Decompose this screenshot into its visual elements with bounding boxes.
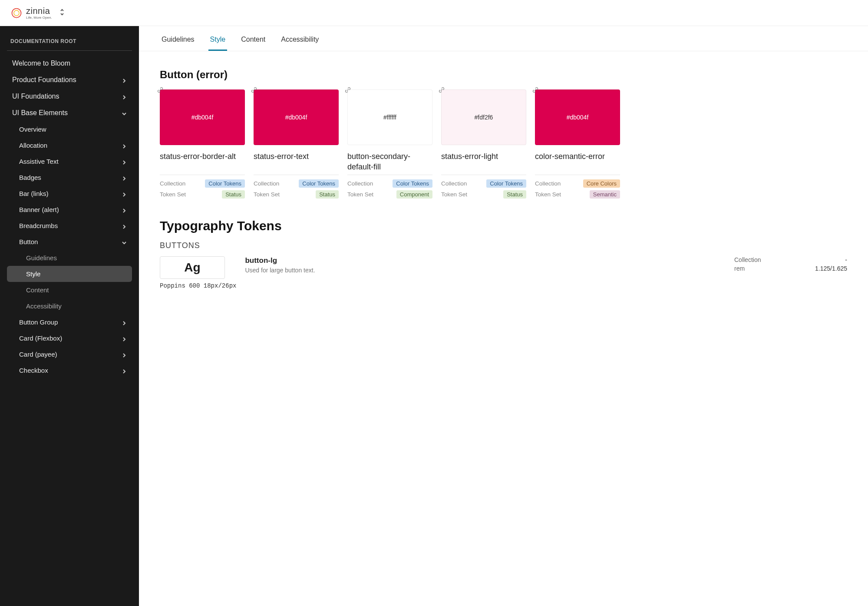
nav-item-badges[interactable]: Badges: [7, 169, 132, 185]
meta-label-tokenset: Token Set: [254, 191, 280, 198]
nav-item-breadcrumbs[interactable]: Breadcrumbs: [7, 218, 132, 234]
token-name: status-error-light: [441, 151, 526, 173]
chevron-down-icon: [122, 110, 127, 116]
color-cards: #db004fstatus-error-border-altCollection…: [160, 89, 847, 201]
tokenset-badge: Status: [316, 190, 339, 199]
nav-item-bar-links-[interactable]: Bar (links): [7, 185, 132, 202]
chevron-right-icon: [122, 352, 127, 357]
meta-label-tokenset: Token Set: [347, 191, 373, 198]
typography-spec: Poppins 600 18px/26px: [160, 282, 236, 289]
token-name: color-semantic-error: [535, 151, 620, 173]
chevron-right-icon: [122, 94, 127, 99]
collection-badge: Color Tokens: [393, 179, 432, 188]
meta-label-tokenset: Token Set: [441, 191, 467, 198]
tab-content[interactable]: Content: [239, 33, 267, 51]
link-icon[interactable]: [345, 87, 351, 95]
logo[interactable]: zinnia Life, More Open.: [10, 7, 52, 20]
nav-item-label: UI Foundations: [12, 93, 59, 100]
typography-meta: Collection - rem 1.125/1.625: [734, 256, 847, 274]
color-swatch[interactable]: #fdf2f6: [441, 89, 526, 145]
sidebar-heading: DOCUMENTATION ROOT: [7, 35, 132, 51]
nav-item-button[interactable]: Button: [7, 234, 132, 250]
nav-item-label: Content: [26, 286, 49, 294]
token-name: status-error-text: [254, 151, 339, 173]
link-icon[interactable]: [251, 87, 257, 95]
nav-item-label: Accessibility: [26, 302, 62, 310]
tokenset-badge: Semantic: [590, 190, 620, 199]
logo-icon: [10, 7, 23, 19]
color-swatch[interactable]: #ffffff: [347, 89, 432, 145]
nav-item-label: Breadcrumbs: [19, 222, 58, 229]
color-swatch[interactable]: #db004f: [160, 89, 245, 145]
chevron-right-icon: [122, 320, 127, 325]
typography-subtitle: BUTTONS: [160, 241, 847, 250]
token-name: status-error-border-alt: [160, 151, 245, 173]
nav-item-label: UI Base Elements: [12, 109, 68, 117]
nav-item-label: Banner (alert): [19, 206, 59, 213]
nav-item-ui-base-elements[interactable]: UI Base Elements: [7, 105, 132, 121]
nav-item-assistive-text[interactable]: Assistive Text: [7, 153, 132, 169]
nav-item-checkbox[interactable]: Checkbox: [7, 362, 132, 378]
color-card: #db004fcolor-semantic-errorCollectionCor…: [535, 89, 620, 201]
nav-item-label: Style: [26, 270, 40, 278]
tokenset-badge: Component: [396, 190, 432, 199]
typo-meta-collection-label: Collection: [734, 256, 761, 263]
color-swatch[interactable]: #db004f: [254, 89, 339, 145]
token-meta: CollectionColor TokensToken SetStatus: [441, 175, 526, 199]
nav-item-label: Card (payee): [19, 351, 57, 358]
chevron-down-icon: [122, 239, 127, 245]
link-icon[interactable]: [439, 87, 445, 95]
meta-label-collection: Collection: [160, 180, 185, 187]
token-meta: CollectionColor TokensToken SetStatus: [254, 175, 339, 199]
chevron-right-icon: [122, 207, 127, 212]
nav-item-welcome-to-bloom[interactable]: Welcome to Bloom: [7, 55, 132, 72]
link-icon[interactable]: [532, 87, 538, 95]
nav-item-allocation[interactable]: Allocation: [7, 137, 132, 153]
tab-guidelines[interactable]: Guidelines: [160, 33, 196, 51]
collection-badge: Core Colors: [583, 179, 620, 188]
nav-item-guidelines[interactable]: Guidelines: [7, 250, 132, 266]
nav-item-label: Welcome to Bloom: [12, 60, 70, 67]
selector-icon[interactable]: [59, 8, 65, 18]
color-swatch[interactable]: #db004f: [535, 89, 620, 145]
token-meta: CollectionColor TokensToken SetComponent: [347, 175, 432, 199]
typography-token-name: button-lg: [245, 256, 726, 265]
nav-item-card-payee-[interactable]: Card (payee): [7, 346, 132, 362]
nav-item-button-group[interactable]: Button Group: [7, 314, 132, 330]
link-icon[interactable]: [157, 87, 163, 95]
main-content: GuidelinesStyleContentAccessibility Butt…: [139, 26, 868, 606]
typo-meta-collection-value: -: [845, 256, 847, 263]
nav-item-accessibility[interactable]: Accessibility: [7, 298, 132, 314]
typography-sample: Ag: [160, 256, 225, 279]
token-meta: CollectionColor TokensToken SetStatus: [160, 175, 245, 199]
svg-point-0: [12, 8, 21, 17]
chevron-right-icon: [122, 223, 127, 228]
tab-style[interactable]: Style: [208, 33, 228, 51]
nav-item-label: Overview: [19, 126, 46, 133]
nav-item-card-flexbox-[interactable]: Card (Flexbox): [7, 330, 132, 346]
color-card: #ffffffbutton-secondary-default-fillColl…: [347, 89, 432, 201]
nav-item-banner-alert-[interactable]: Banner (alert): [7, 202, 132, 218]
token-name: button-secondary-default-fill: [347, 151, 432, 173]
nav-item-label: Allocation: [19, 142, 47, 149]
nav-item-label: Checkbox: [19, 367, 48, 374]
nav-item-overview[interactable]: Overview: [7, 121, 132, 137]
nav-item-label: Button Group: [19, 318, 58, 326]
meta-label-tokenset: Token Set: [160, 191, 186, 198]
nav-item-product-foundations[interactable]: Product Foundations: [7, 72, 132, 88]
tokenset-badge: Status: [503, 190, 526, 199]
tabs: GuidelinesStyleContentAccessibility: [139, 26, 868, 51]
nav-item-style[interactable]: Style: [7, 266, 132, 282]
tokenset-badge: Status: [222, 190, 245, 199]
meta-label-collection: Collection: [347, 180, 373, 187]
collection-badge: Color Tokens: [486, 179, 526, 188]
nav-item-label: Button: [19, 238, 38, 245]
chevron-right-icon: [122, 143, 127, 148]
nav-item-content[interactable]: Content: [7, 282, 132, 298]
nav-item-ui-foundations[interactable]: UI Foundations: [7, 88, 132, 105]
typo-meta-rem-label: rem: [734, 265, 745, 272]
chevron-right-icon: [122, 175, 127, 180]
chevron-right-icon: [122, 159, 127, 164]
tab-accessibility[interactable]: Accessibility: [279, 33, 320, 51]
nav-item-label: Badges: [19, 174, 41, 181]
